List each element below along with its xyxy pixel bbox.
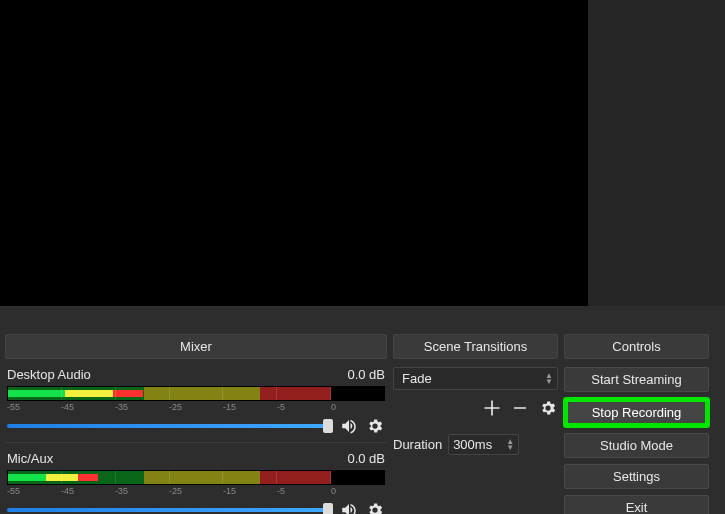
duration-spinner[interactable]: 300ms ▲▼ (448, 434, 519, 455)
meter-tick-labels: -55-45-35-25-15-50 (7, 486, 385, 496)
audio-meter (7, 386, 385, 401)
chevron-updown-icon: ▲▼ (506, 439, 514, 451)
gear-icon[interactable] (538, 398, 558, 418)
mixer-item-mic-aux: Mic/Aux 0.0 dB -55-45-35-25-15-50 (5, 451, 387, 514)
settings-button[interactable]: Settings (564, 464, 709, 489)
start-streaming-button[interactable]: Start Streaming (564, 367, 709, 392)
exit-button[interactable]: Exit (564, 495, 709, 514)
mixer-source-level: 0.0 dB (347, 367, 385, 382)
gear-icon[interactable] (365, 416, 385, 436)
transition-select[interactable]: Fade ▲▼ (393, 367, 558, 390)
mixer-item-desktop-audio: Desktop Audio 0.0 dB -55-45-35-25-15-50 (5, 367, 387, 443)
plus-icon[interactable] (482, 398, 502, 418)
studio-mode-button[interactable]: Studio Mode (564, 433, 709, 458)
meter-tick-labels: -55-45-35-25-15-50 (7, 402, 385, 412)
volume-slider[interactable] (7, 424, 333, 428)
mixer-header: Mixer (5, 334, 387, 359)
audio-meter (7, 470, 385, 485)
controls-header: Controls (564, 334, 709, 359)
preview-sidebar (588, 0, 725, 306)
transitions-header: Scene Transitions (393, 334, 558, 359)
speaker-icon[interactable] (339, 500, 359, 514)
minus-icon[interactable] (510, 398, 530, 418)
stop-recording-button[interactable]: Stop Recording (564, 398, 709, 427)
chevron-updown-icon: ▲▼ (545, 373, 553, 385)
mixer-source-level: 0.0 dB (347, 451, 385, 466)
volume-slider[interactable] (7, 508, 333, 512)
gear-icon[interactable] (365, 500, 385, 514)
mixer-source-name: Mic/Aux (7, 451, 53, 466)
speaker-icon[interactable] (339, 416, 359, 436)
preview-area (0, 0, 588, 306)
duration-label: Duration (393, 437, 442, 452)
mixer-source-name: Desktop Audio (7, 367, 91, 382)
